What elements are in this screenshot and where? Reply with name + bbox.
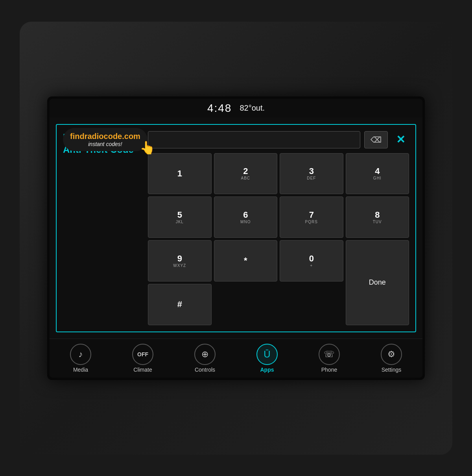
controls-icon-circle: ⊕ — [194, 344, 216, 365]
keypad: 1 2 ABC 3 DEF D — [148, 153, 409, 325]
nav-item-apps[interactable]: Ū Apps — [236, 342, 298, 374]
settings-label: Settings — [382, 367, 402, 373]
key-letters: + — [310, 263, 313, 268]
nav-item-settings[interactable]: ⚙ Settings — [360, 342, 422, 374]
key-2[interactable]: 2 ABC — [214, 153, 278, 194]
key-8[interactable]: 8 TUV — [346, 196, 409, 238]
key-3[interactable]: 3 DEF — [280, 153, 343, 194]
status-temperature: 82°out. — [240, 104, 265, 113]
badge-url: findradiocode.com — [70, 132, 140, 141]
key-letters: PQRS — [305, 220, 318, 224]
status-time: 4:48 — [207, 102, 232, 115]
phone-icon-circle: ☏ — [319, 344, 340, 365]
nav-item-phone[interactable]: ☏ Phone — [298, 342, 360, 374]
code-input-field[interactable] — [148, 131, 360, 148]
input-row: ⌫ ✕ — [148, 131, 409, 148]
key-letters: ABC — [241, 176, 250, 180]
car-surround: 4:48 82°out. findradiocode.com instant c… — [20, 22, 452, 455]
gear-icon: ⚙ — [387, 349, 395, 359]
controls-icon: ⊕ — [201, 349, 208, 359]
key-number: 8 — [375, 210, 380, 220]
key-number: 7 — [309, 210, 314, 220]
dialog-right: ⌫ ✕ 1 2 ABC — [148, 131, 409, 325]
key-number: 5 — [177, 210, 182, 220]
key-letters: MNO — [240, 220, 251, 224]
key-letters: DEF — [307, 176, 316, 180]
key-4[interactable]: 4 GHI — [346, 153, 409, 194]
badge-subtitle: instant codes! — [70, 141, 140, 147]
backspace-button[interactable]: ⌫ — [364, 131, 388, 148]
climate-label: Climate — [133, 367, 152, 373]
key-9[interactable]: 9 WXYZ — [148, 240, 212, 282]
status-bar: 4:48 82°out. — [50, 99, 422, 118]
key-number: 2 — [243, 167, 248, 176]
key-number: 4 — [375, 167, 380, 176]
overlay-badge: findradiocode.com instant codes! 👆 — [63, 128, 148, 151]
climate-off-icon: OFF — [137, 351, 148, 357]
navigation-bar: ♪ Media OFF Climate ⊕ Controls — [50, 339, 422, 378]
nav-item-controls[interactable]: ⊕ Controls — [174, 342, 236, 374]
key-5[interactable]: 5 JKL — [148, 196, 212, 238]
key-1[interactable]: 1 — [148, 153, 212, 194]
main-content: findradiocode.com instant codes! 👆 Pleas… — [50, 118, 422, 339]
climate-icon-circle: OFF — [132, 344, 153, 365]
settings-icon-circle: ⚙ — [381, 344, 402, 365]
key-number: 3 — [309, 167, 314, 176]
key-number: 0 — [309, 254, 314, 263]
key-number: 1 — [177, 169, 182, 178]
key-star[interactable]: * — [214, 240, 278, 282]
key-number: * — [244, 256, 247, 265]
phone-icon: ☏ — [324, 349, 335, 359]
nav-item-media[interactable]: ♪ Media — [50, 342, 112, 374]
key-letters: TUV — [373, 220, 382, 224]
key-letters: WXYZ — [173, 263, 186, 268]
nav-item-climate[interactable]: OFF Climate — [112, 342, 174, 374]
anti-theft-dialog: Please Enter Anti-Theft Code ⌫ ✕ — [56, 124, 416, 332]
hand-pointer-icon: 👆 — [140, 140, 155, 155]
apps-label: Apps — [260, 367, 274, 373]
key-hash[interactable]: # — [148, 284, 212, 325]
key-7[interactable]: 7 PQRS — [280, 196, 343, 238]
media-label: Media — [73, 367, 88, 373]
key-6[interactable]: 6 MNO — [214, 196, 278, 238]
screen: 4:48 82°out. findradiocode.com instant c… — [50, 99, 422, 378]
done-button[interactable]: Done — [346, 240, 409, 325]
key-number: 9 — [177, 254, 182, 263]
screen-bezel: 4:48 82°out. findradiocode.com instant c… — [47, 96, 425, 380]
key-number: 6 — [243, 210, 248, 220]
key-letters: JKL — [176, 220, 184, 224]
phone-label: Phone — [321, 367, 337, 373]
close-button[interactable]: ✕ — [392, 131, 409, 148]
apps-icon-circle: Ū — [256, 344, 278, 365]
music-icon: ♪ — [79, 349, 83, 359]
key-0[interactable]: 0 + — [280, 240, 343, 282]
dialog-title: Please Enter Anti-Theft Code — [63, 131, 142, 325]
key-letters: GHI — [373, 176, 382, 180]
media-icon-circle: ♪ — [70, 344, 91, 365]
apps-icon: Ū — [264, 349, 270, 360]
key-number: # — [177, 300, 182, 309]
controls-label: Controls — [195, 367, 215, 373]
